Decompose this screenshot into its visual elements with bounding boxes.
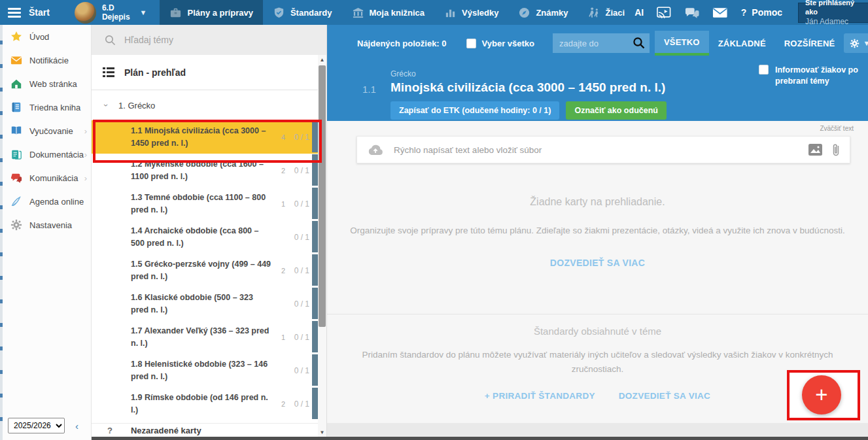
write-to-etk-button[interactable]: Zapísať do ETK (odučené hodiny: 0 / 1)	[391, 101, 559, 120]
plan-overview-row[interactable]: Plán - prehľad	[92, 55, 326, 90]
topic-search-bar[interactable]	[92, 25, 326, 55]
sidebar-item-notifikacie[interactable]: Notifikácie	[3, 48, 91, 72]
chapter-row-grecko[interactable]: › 1. Grécko	[92, 90, 326, 120]
sidebar-item-label: Nastavenia	[29, 220, 72, 230]
topic-title: Archaické obdobie (cca 800 – 500 pred n.…	[131, 226, 259, 247]
topic-title: Grécko-perzské vojny (499 – 449 pred n. …	[131, 260, 271, 280]
assign-standards-link[interactable]: + PRIRADIŤ ŠTANDARDY	[485, 391, 595, 401]
sidebar-item-web-stranka[interactable]: Web stránka	[3, 72, 91, 95]
envelope-icon	[10, 54, 22, 66]
filter-tab-rozsirene[interactable]: ROZŠÍRENÉ	[775, 31, 844, 56]
add-card-fab-button[interactable]: +	[802, 375, 841, 415]
sidebar-item-vyucovanie[interactable]: Vyučovanie ›	[3, 119, 91, 143]
chevron-right-icon: ›	[84, 173, 87, 183]
tab-moja-kniznica[interactable]: Moja knižnica	[342, 0, 435, 25]
sidebar-item-label: Vyučovanie	[29, 126, 73, 136]
checkbox-icon[interactable]	[466, 39, 476, 48]
tab-znamky[interactable]: Známky	[508, 0, 578, 25]
filter-tab-zakladne[interactable]: ZÁKLADNÉ	[709, 31, 775, 56]
learn-more-link[interactable]: DOZVEDIEŤ SA VIAC	[550, 258, 645, 268]
checkbox-icon[interactable]	[759, 65, 769, 75]
help-button[interactable]: ? Pomoc	[741, 7, 782, 18]
menu-hamburger-icon[interactable]	[8, 6, 21, 20]
unsorted-cards-label: Nezaradené karty	[131, 426, 201, 435]
topic-row-1-5[interactable]: 1.5 Grécko-perzské vojny (499 – 449 pred…	[92, 254, 318, 287]
filter-tab-vsetko[interactable]: VŠETKO	[655, 31, 709, 56]
logged-in-user-dropdown[interactable]: Ste prihlásený ako Ján Adamec ▼	[798, 3, 868, 23]
topic-row-1-9[interactable]: 1.9 Rímske obdobie (od 146 pred n. l.) 2…	[92, 387, 318, 420]
topic-title: Klasické obdobie (500 – 323 pred n. l.)	[131, 293, 253, 314]
standards-section: Štandardy obsiahnuté v téme Pridaním šta…	[327, 326, 868, 401]
topic-title: Minojská civilizácia (cca 3000 – 1450 pr…	[131, 126, 266, 147]
sidebar-item-agenda-online[interactable]: Agenda online	[3, 190, 91, 213]
topic-row-bar	[312, 388, 318, 419]
ai-button[interactable]: AI	[634, 7, 644, 18]
question-mark-icon: ?	[741, 7, 747, 18]
paperclip-icon[interactable]	[832, 143, 840, 157]
enlarge-text-label[interactable]: Zväčšiť text	[820, 125, 854, 132]
topic-row-1-7[interactable]: 1.7 Alexander Veľký (336 – 323 pred n. l…	[92, 320, 318, 354]
mail-icon[interactable]	[712, 7, 728, 18]
sidebar-item-dokumentacia[interactable]: Dokumentácia ›	[3, 143, 91, 166]
scroll-up-icon[interactable]: ▲	[318, 57, 326, 63]
topic-number: 1.3	[131, 193, 142, 202]
card-search-box[interactable]	[553, 33, 650, 53]
chat-bubbles-icon[interactable]	[684, 7, 700, 19]
main-panel: Nájdených položiek: 0 Vyber všetko VŠETK…	[327, 25, 868, 440]
tab-vysledky[interactable]: Výsledky	[434, 0, 508, 25]
learn-more-link-2[interactable]: DOZVEDIEŤ SA VIAC	[619, 391, 710, 401]
open-book-icon	[10, 125, 22, 137]
start-button[interactable]: Štart	[29, 7, 50, 18]
unsorted-cards-row[interactable]: ? Nezaradené karty	[92, 423, 318, 437]
tab-label: Výsledky	[462, 8, 498, 18]
topic-row-bar	[312, 354, 318, 386]
class-selector[interactable]: 6.D Dejepis ▼	[75, 2, 147, 24]
school-year-select[interactable]: 2025/2026	[8, 418, 65, 433]
topic-number: 1.1	[362, 84, 376, 95]
tab-plany-a-pripravy[interactable]: Plány a prípravy	[160, 0, 262, 25]
collapse-sidebar-icon[interactable]: ‹	[75, 420, 78, 432]
select-all-checkbox[interactable]: Vyber všetko	[466, 39, 534, 48]
quick-text-input[interactable]: Rýchlo napísať text alebo vložiť súbor	[356, 136, 850, 163]
topic-row-1-4[interactable]: 1.4 Archaické obdobie (cca 800 – 500 pre…	[92, 220, 318, 254]
topic-progress: 0 / 1	[294, 266, 309, 275]
tab-standardy[interactable]: Štandardy	[263, 0, 342, 25]
topic-search-input[interactable]	[124, 35, 281, 45]
settings-dropdown-button[interactable]: ▼	[844, 33, 868, 53]
chevron-right-icon: ›	[84, 150, 87, 160]
topic-number: 1.9	[131, 393, 142, 402]
card-search-input[interactable]	[559, 39, 633, 48]
scroll-down-icon[interactable]: ▼	[318, 430, 326, 435]
topic-row-1-2[interactable]: 1.2 Mykénske obdobie (cca 1600 – 1100 pr…	[92, 154, 318, 187]
search-icon[interactable]	[633, 37, 646, 50]
topic-list: 1.1 Minojská civilizácia (cca 3000 – 145…	[92, 120, 318, 423]
tab-label: Žiaci	[606, 8, 625, 18]
empty-cards-section: Žiadne karty na prehliadanie. Organizujt…	[327, 196, 868, 269]
topic-progress: 0 / 1	[294, 299, 309, 309]
image-icon[interactable]	[808, 144, 822, 156]
sidebar-item-nastavenia[interactable]: Nastavenia	[3, 213, 91, 237]
page-title: Minojská civilizácia (cca 3000 – 1450 pr…	[391, 80, 665, 95]
sidebar-item-uvod[interactable]: Úvod	[3, 25, 91, 48]
sidebar-item-label: Komunikácia	[29, 173, 78, 183]
question-mark-icon: ?	[107, 426, 113, 435]
standards-text: Pridaním štandardov do plánu môžete využ…	[336, 348, 859, 376]
sidebar-item-komunikacia[interactable]: Komunikácia ›	[3, 166, 91, 190]
cast-icon[interactable]	[657, 7, 671, 18]
mark-as-taught-button[interactable]: Označiť ako odučenú	[566, 101, 667, 120]
sidebar-item-label: Úvod	[29, 32, 49, 42]
topic-row-1-6[interactable]: 1.6 Klasické obdobie (500 – 323 pred n. …	[92, 287, 318, 320]
notify-students-checkbox[interactable]: Informovať žiakov po prebraní témy	[759, 65, 862, 87]
sidebar-item-label: Notifikácie	[29, 56, 69, 65]
topic-title: Helenistické obdobie (323 – 146 pred n. …	[131, 360, 268, 381]
scrollbar-thumb[interactable]	[319, 65, 326, 327]
sidebar-item-triedna-kniha[interactable]: Triedna kniha	[3, 95, 91, 119]
topic-row-1-8[interactable]: 1.8 Helenistické obdobie (323 – 146 pred…	[92, 354, 318, 387]
topic-card-count: 1	[281, 333, 285, 341]
tab-ziaci[interactable]: Žiaci	[578, 0, 635, 25]
tab-label: Moja knižnica	[370, 8, 425, 18]
plan-scrollbar[interactable]: ▲ ▼	[318, 55, 326, 437]
topic-row-1-1[interactable]: 1.1 Minojská civilizácia (cca 3000 – 145…	[92, 120, 318, 154]
chevron-down-icon: ▼	[863, 39, 868, 47]
topic-row-1-3[interactable]: 1.3 Temné obdobie (cca 1100 – 800 pred n…	[92, 187, 318, 220]
